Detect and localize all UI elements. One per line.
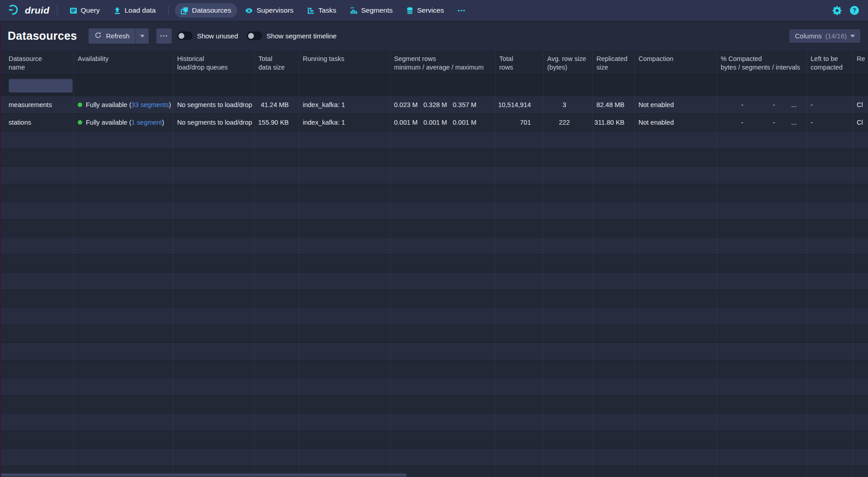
- empty-cell: [717, 290, 807, 307]
- empty-cell: [496, 378, 544, 395]
- segments-link[interactable]: 33 segments: [131, 101, 169, 108]
- empty-cell: [390, 184, 496, 201]
- empty-cell: [853, 272, 868, 290]
- column-header-avg-row-size[interactable]: Avg. row size (bytes): [544, 51, 593, 75]
- empty-cell: [593, 431, 635, 448]
- empty-cell: [0, 396, 74, 413]
- datasource-filter-input[interactable]: [9, 79, 73, 93]
- nav-item-datasources[interactable]: Datasources: [175, 3, 237, 18]
- empty-cell: [807, 325, 853, 342]
- column-header-running-tasks[interactable]: Running tasks: [299, 51, 390, 75]
- nav-item-tasks[interactable]: Tasks: [301, 3, 343, 18]
- column-header-load-drop[interactable]: Historical load/drop queues: [174, 51, 255, 75]
- columns-count: (14/16): [825, 32, 847, 40]
- empty-cell: [544, 413, 593, 430]
- empty-cell: [807, 202, 853, 219]
- cell-total-rows: 701: [496, 114, 544, 131]
- column-header-left-compacted[interactable]: Left to be compacted: [807, 51, 853, 75]
- empty-cell: [496, 466, 544, 477]
- empty-row: [0, 237, 868, 255]
- empty-cell: [544, 396, 593, 413]
- segments-link[interactable]: 1 segment: [131, 119, 162, 126]
- empty-cell: [496, 308, 544, 325]
- show-segment-timeline-toggle[interactable]: Show segment timeline: [247, 32, 337, 40]
- empty-cell: [593, 449, 635, 466]
- column-header-total-rows[interactable]: Total rows: [496, 51, 544, 75]
- empty-cell: [174, 272, 255, 290]
- empty-cell: [593, 149, 635, 166]
- empty-cell: [74, 308, 174, 325]
- help-icon[interactable]: ?: [850, 6, 859, 15]
- column-header-total-size[interactable]: Total data size: [255, 51, 299, 75]
- column-header-pct-compacted[interactable]: % Compacted bytes / segments / intervals: [717, 51, 807, 75]
- load-data-icon: [113, 7, 121, 14]
- empty-cell: [496, 449, 544, 466]
- empty-cell: [174, 202, 255, 219]
- column-header-compaction[interactable]: Compaction: [635, 51, 717, 75]
- refresh-dropdown-button[interactable]: [136, 28, 149, 44]
- cell-total-rows: 10,514,914: [496, 96, 544, 113]
- column-header-label: Compaction: [638, 55, 673, 62]
- empty-cell: [717, 237, 807, 254]
- empty-cell: [717, 466, 807, 477]
- cell-left-compacted: -: [807, 96, 853, 113]
- cell-availability: Fully available (1 segment): [74, 114, 174, 131]
- empty-cell: [496, 343, 544, 360]
- empty-row: [0, 290, 868, 308]
- empty-cell: [174, 325, 255, 342]
- gear-icon[interactable]: [832, 6, 842, 15]
- nav-item-supervisors[interactable]: Supervisors: [239, 3, 300, 18]
- refresh-button[interactable]: Refresh: [89, 28, 136, 44]
- cell-avg-row-size: 3: [544, 96, 593, 113]
- empty-cell: [0, 308, 74, 325]
- cell-name: stations: [0, 114, 74, 131]
- empty-cell: [635, 167, 717, 184]
- empty-cell: [853, 396, 868, 413]
- empty-cell: [174, 360, 255, 378]
- nav-item-load-data[interactable]: Load data: [108, 3, 162, 18]
- column-header-replicated[interactable]: Replicated size: [593, 51, 635, 75]
- empty-cell: [717, 325, 807, 342]
- druid-logo[interactable]: druid: [6, 4, 52, 18]
- empty-cell: [496, 131, 544, 149]
- nav-item-services[interactable]: Services: [400, 3, 450, 18]
- empty-cell: [593, 396, 635, 413]
- empty-cell: [496, 220, 544, 237]
- empty-cell: [390, 360, 496, 378]
- empty-cell: [496, 272, 544, 290]
- table-row-stations[interactable]: stationsFully available (1 segment)No se…: [0, 114, 868, 131]
- empty-cell: [635, 290, 717, 307]
- empty-cell: [174, 167, 255, 184]
- empty-cell: [390, 167, 496, 184]
- sub-value: ...: [775, 101, 797, 108]
- empty-cell: [593, 325, 635, 342]
- empty-row: [0, 396, 868, 413]
- nav-item-query[interactable]: Query: [64, 3, 106, 18]
- filter-cell-total-rows: [496, 75, 544, 96]
- horizontal-scrollbar[interactable]: [0, 473, 407, 477]
- empty-cell: [0, 343, 74, 360]
- empty-cell: [496, 325, 544, 342]
- column-header-retention[interactable]: Re: [853, 51, 868, 75]
- empty-cell: [807, 360, 853, 378]
- nav-item-segments[interactable]: Segments: [344, 3, 399, 18]
- nav-more-button[interactable]: [451, 4, 471, 18]
- empty-cell: [853, 255, 868, 272]
- empty-cell: [635, 149, 717, 166]
- table-row-measurements[interactable]: measurementsFully available (33 segments…: [0, 96, 868, 114]
- empty-cell: [635, 184, 717, 201]
- column-header-name[interactable]: Datasource name: [0, 51, 74, 75]
- empty-row: [0, 131, 868, 149]
- show-unused-toggle[interactable]: Show unused: [177, 32, 238, 40]
- empty-cell: [299, 449, 390, 466]
- columns-button[interactable]: Columns (14/16): [789, 29, 860, 43]
- empty-cell: [255, 131, 299, 149]
- column-header-segment-rows[interactable]: Segment rows minimum / average / maximum: [390, 51, 496, 75]
- empty-cell: [807, 131, 853, 149]
- column-header-availability[interactable]: Availability: [74, 51, 174, 75]
- empty-cell: [174, 449, 255, 466]
- empty-cell: [717, 431, 807, 448]
- top-navbar: druid QueryLoad dataDatasourcesSuperviso…: [0, 0, 868, 21]
- cell-replicated: 311.80 KB: [593, 114, 635, 131]
- more-actions-button[interactable]: [156, 28, 172, 44]
